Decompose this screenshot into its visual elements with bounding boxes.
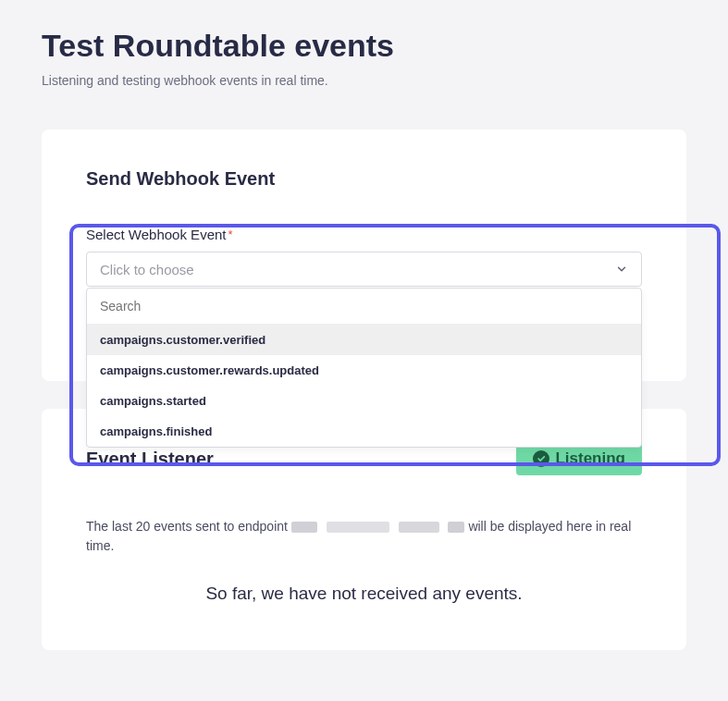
dropdown-option[interactable]: campaigns.finished xyxy=(87,416,641,447)
page-title: Test Roundtable events xyxy=(42,28,686,64)
redacted-endpoint xyxy=(327,522,389,533)
select-webhook-field: Select Webhook Event * Click to choose c… xyxy=(86,227,642,287)
dropdown-options-list: campaigns.customer.verified campaigns.cu… xyxy=(87,325,641,447)
dropdown-option[interactable]: campaigns.customer.rewards.updated xyxy=(87,355,641,386)
listening-badge-text: Listening xyxy=(555,449,625,468)
send-webhook-card: Send Webhook Event Select Webhook Event … xyxy=(42,129,686,381)
redacted-endpoint xyxy=(291,522,317,533)
required-marker: * xyxy=(228,228,232,241)
dropdown-option[interactable]: campaigns.customer.verified xyxy=(87,325,641,355)
select-webhook-dropdown[interactable]: Click to choose xyxy=(86,252,642,287)
dropdown-option[interactable]: campaigns.started xyxy=(87,386,641,416)
redacted-endpoint xyxy=(448,522,464,533)
event-listener-title: Event Listener xyxy=(86,449,214,470)
listener-desc-prefix: The last 20 events sent to endpoint xyxy=(86,519,291,534)
label-text: Select Webhook Event xyxy=(86,227,226,242)
dropdown-search-input[interactable] xyxy=(100,299,628,314)
dropdown-search-wrap xyxy=(87,289,641,325)
select-placeholder: Click to choose xyxy=(100,262,194,277)
no-events-message: So far, we have not received any events. xyxy=(86,584,642,604)
listener-description: The last 20 events sent to endpoint will… xyxy=(86,517,642,556)
check-circle-icon xyxy=(533,450,549,467)
select-webhook-label: Select Webhook Event * xyxy=(86,227,642,242)
send-webhook-title: Send Webhook Event xyxy=(86,168,642,190)
redacted-endpoint xyxy=(399,522,439,533)
select-webhook-dropdown-panel: campaigns.customer.verified campaigns.cu… xyxy=(86,288,642,448)
chevron-down-icon xyxy=(615,263,628,276)
page-subtitle: Listening and testing webhook events in … xyxy=(42,73,686,88)
